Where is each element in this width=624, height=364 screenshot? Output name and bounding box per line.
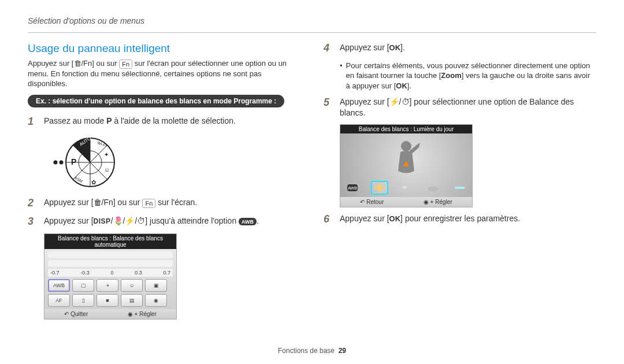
breadcrumb: Sélection d'options ou de menus — [28, 16, 596, 25]
flower-icon: 🌷 — [113, 216, 123, 225]
step-number: 5 — [324, 96, 334, 109]
step-number: 3 — [28, 216, 38, 228]
svg-text:☺: ☺ — [104, 166, 110, 173]
panel-title: Balance des blancs : Balance des blancs … — [44, 234, 176, 249]
example-pill: Ex. : sélection d'une option de balance … — [28, 95, 284, 107]
step-6: 6 Appuyez sur [OK] pour enregistrer les … — [324, 213, 596, 226]
flash-icon: ⚡ — [389, 97, 399, 106]
step-number: 2 — [28, 197, 38, 210]
panel-set-button: ◉ +Régler — [128, 311, 157, 317]
panel-awb-cell: AWB — [48, 279, 70, 292]
ok-key: OK — [396, 81, 407, 90]
step-number: 6 — [324, 213, 334, 226]
wb-title: Balance des blancs : Lumière du jour — [340, 125, 472, 133]
fn-badge: Fn — [142, 199, 155, 208]
wb-back-button: ↶Retour — [360, 199, 384, 205]
wb-shade-icon — [425, 181, 442, 195]
svg-rect-26 — [455, 187, 465, 189]
wb-daylight-icon — [371, 181, 388, 195]
svg-text:✦: ✦ — [104, 151, 109, 158]
wb-awb-icon: AWB — [344, 181, 361, 195]
svg-point-24 — [402, 185, 407, 189]
svg-point-9 — [60, 161, 64, 165]
step-2: 2 Appuyez sur [🗑/Fn] ou sur Fn sur l'écr… — [28, 197, 300, 210]
step-5: 5 Appuyez sur [⚡/⏱] pour sélectionner un… — [324, 96, 596, 118]
right-column: 4 Appuyez sur [OK]. • Pour certains élém… — [324, 42, 596, 322]
section-title: Usage du panneau intelligent — [28, 42, 300, 55]
mode-dial-illustration: AUTO P ASM Wi-Fi ✦ ☺ ✿ — [44, 133, 125, 191]
smart-panel-illustration: Balance des blancs : Balance des blancs … — [44, 233, 177, 320]
svg-point-25 — [428, 187, 439, 191]
panel-quit-button: ↶Quitter — [64, 311, 88, 317]
wb-set-button: ◉ +Régler — [424, 199, 452, 205]
wb-preview-illustration: Balance des blancs : Lumière du jour ▲ A… — [340, 124, 473, 207]
intro-text: Appuyez sur [🗑/Fn] ou sur Fn sur l'écran… — [28, 58, 300, 89]
svg-text:✿: ✿ — [91, 179, 96, 185]
wb-cloudy-icon — [398, 181, 415, 195]
ok-key: OK — [389, 214, 401, 223]
step-1: 1 Passez au mode P à l'aide de la molett… — [28, 116, 300, 128]
svg-point-15 — [401, 141, 411, 151]
step-3: 3 Appuyez sur [DISP/🌷/⚡/⏱] jusqu'à attei… — [28, 216, 300, 228]
divider — [28, 32, 596, 33]
left-column: Usage du panneau intelligent Appuyez sur… — [28, 42, 300, 322]
svg-text:P: P — [71, 157, 76, 166]
page-footer: Fonctions de base 29 — [0, 347, 624, 355]
awb-icon: AWB — [239, 218, 257, 225]
flash-icon: ⚡ — [125, 216, 135, 225]
up-arrow-icon: ▲ — [402, 158, 411, 169]
timer-icon: ⏱ — [402, 97, 410, 106]
wb-fluorescent-icon — [451, 181, 469, 195]
step-number: 4 — [324, 42, 334, 55]
svg-point-8 — [54, 161, 58, 165]
step-number: 1 — [28, 116, 38, 128]
step-4-note: • Pour certains éléments, vous pouvez sé… — [340, 61, 596, 91]
svg-text:AWB: AWB — [348, 186, 357, 190]
step-4: 4 Appuyez sur [OK]. — [324, 42, 596, 55]
timer-icon: ⏱ — [137, 216, 145, 225]
ok-key: OK — [389, 43, 401, 52]
svg-point-18 — [377, 185, 382, 191]
fn-badge: Fn — [119, 60, 132, 69]
disp-key: DISP — [94, 217, 111, 225]
